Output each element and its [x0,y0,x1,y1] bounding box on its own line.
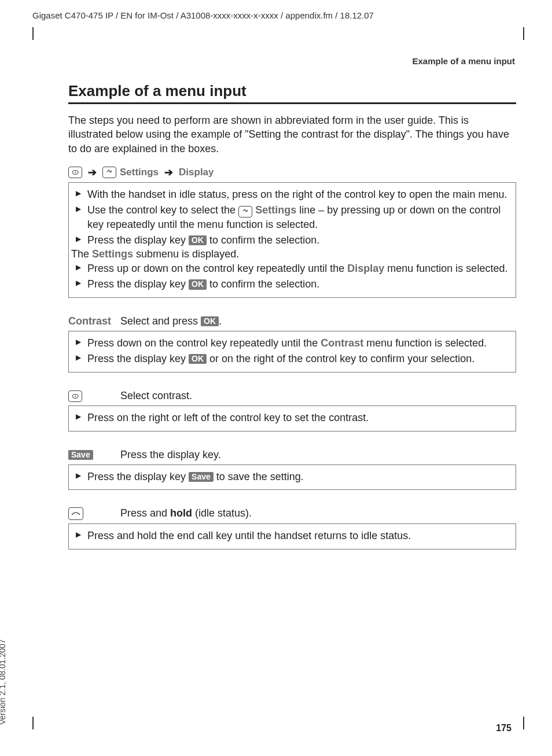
instruction-box-4: Press the display key Save to save the s… [68,464,516,491]
path-settings-label: Settings [120,167,159,178]
step-end-call: Press and hold (idle status). [68,507,516,520]
instruction-item: Press and hold the end call key until th… [75,529,510,543]
step-key-label: Contrast [68,315,120,327]
page-title: Example of a menu input [68,82,516,100]
step-text: Press the display key. [120,449,221,461]
page-body: Example of a menu input The steps you ne… [32,82,520,733]
instruction-item: Press down on the control key repeatedly… [75,336,510,351]
doc-header-line: Gigaset C470-475 IP / EN for IM-Ost / A3… [32,10,520,20]
svg-rect-5 [79,514,80,515]
title-rule [68,102,516,104]
instruction-item: Press the display key OK to confirm the … [75,233,510,248]
menu-path: ➔ Settings ➔ Display [68,166,516,179]
instruction-item: With the handset in idle status, press o… [75,187,510,202]
instruction-box-1: With the handset in idle status, press o… [68,182,516,298]
svg-point-1 [75,172,76,173]
arrow-icon: ➔ [162,166,175,179]
step-select-contrast: Select contrast. [68,390,516,402]
intro-paragraph: The steps you need to perform are shown … [68,113,516,156]
instruction-item: Press up or down on the control key repe… [75,261,510,276]
save-softkey: Save [189,472,214,482]
settings-menu-icon [238,206,252,217]
crop-marks-top [32,24,520,32]
step-text: Select contrast. [120,390,192,402]
instruction-item: Press the display key OK to confirm the … [75,277,510,292]
instruction-box-3: Press on the right or left of the contro… [68,405,516,432]
control-key-icon [68,390,82,402]
step-contrast: Contrast Select and press OK. [68,315,516,327]
ok-softkey: OK [189,235,207,245]
instruction-note: The Settings submenu is displayed. [71,248,510,260]
end-call-key-icon [68,507,83,520]
instruction-item: Press the display key OK or on the right… [75,352,510,366]
svg-point-3 [75,396,76,397]
ok-softkey: OK [201,316,219,326]
instruction-item: Press on the right or left of the contro… [75,411,510,425]
step-save: Save Press the display key. [68,449,516,461]
instruction-box-2: Press down on the control key repeatedly… [68,331,516,373]
path-display-label: Display [179,167,214,178]
arrow-icon: ➔ [86,166,99,179]
svg-rect-4 [72,514,73,515]
instruction-item: Use the control key to select the Settin… [75,203,510,232]
instruction-item: Press the display key Save to save the s… [75,470,510,484]
running-header: Example of a menu input [32,56,520,66]
settings-menu-icon [102,167,116,178]
ok-softkey: OK [189,354,207,364]
instruction-box-5: Press and hold the end call key until th… [68,523,516,550]
save-softkey: Save [68,450,93,460]
control-key-icon [68,167,82,178]
step-text: Press and hold (idle status). [120,507,252,519]
crop-marks-bottom [32,721,520,729]
ok-softkey: OK [189,279,207,289]
version-label: Version 2.1, 08.01.2007 [0,639,7,725]
